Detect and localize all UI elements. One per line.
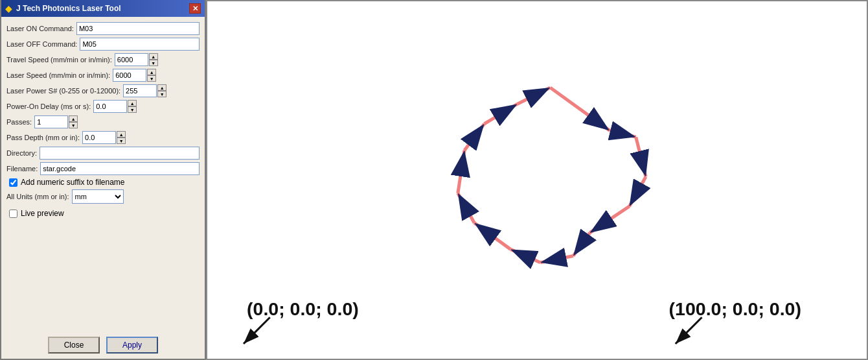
laser-speed-row: Laser Speed (mm/min or in/min): ▲ ▼ — [6, 69, 200, 82]
directory-label: Directory: — [6, 149, 37, 157]
travel-speed-spinner: ▲ ▼ — [115, 53, 158, 66]
units-row: All Units (mm or in): mm in — [6, 189, 200, 204]
laser-power-spinner: ▲ ▼ — [123, 84, 166, 97]
laser-off-row: Laser OFF Command: — [6, 38, 200, 51]
settings-panel: ◆ J Tech Photonics Laser Tool ✕ Laser ON… — [0, 0, 206, 360]
laser-power-down[interactable]: ▼ — [157, 91, 166, 97]
passes-input[interactable] — [34, 115, 68, 128]
svg-line-7 — [540, 256, 573, 263]
units-label: All Units (mm or in): — [6, 193, 69, 200]
live-preview-label: Live preview — [21, 209, 64, 218]
laser-speed-down[interactable]: ▼ — [147, 75, 156, 82]
star-preview-svg: (0.0; 0.0; 0.0) (100.0; 0.0; 0.0) — [207, 1, 867, 359]
filename-label: Filename: — [6, 165, 38, 173]
laser-speed-spinner: ▲ ▼ — [113, 69, 156, 82]
coord-br-text: (100.0; 0.0; 0.0) — [669, 298, 801, 319]
svg-line-12 — [464, 124, 485, 150]
svg-line-14 — [517, 88, 550, 104]
svg-line-3 — [636, 137, 646, 176]
pass-depth-up[interactable]: ▲ — [117, 131, 126, 138]
laser-on-row: Laser ON Command: — [6, 22, 200, 35]
window-title: J Tech Photonics Laser Tool — [16, 4, 121, 13]
power-delay-input[interactable] — [93, 100, 127, 113]
passes-down[interactable]: ▼ — [69, 122, 78, 128]
svg-line-10 — [458, 193, 474, 223]
add-suffix-label: Add numeric suffix to filename — [21, 178, 125, 187]
passes-up[interactable]: ▲ — [69, 115, 78, 122]
travel-speed-row: Travel Speed (mm/min or in/min): ▲ ▼ — [6, 53, 200, 66]
directory-input[interactable] — [40, 147, 200, 160]
directory-row: Directory: — [6, 147, 200, 160]
passes-row: Passes: ▲ ▼ — [6, 115, 200, 128]
laser-off-input[interactable] — [80, 38, 200, 51]
units-select[interactable]: mm in — [72, 189, 124, 204]
svg-line-19 — [676, 317, 702, 344]
svg-line-16 — [244, 317, 270, 344]
travel-speed-label: Travel Speed (mm/min or in/min): — [6, 56, 112, 64]
preview-canvas: (0.0; 0.0; 0.0) (100.0; 0.0; 0.0) — [206, 0, 868, 360]
laser-on-label: Laser ON Command: — [6, 25, 74, 32]
pass-depth-input[interactable] — [82, 131, 116, 144]
app-icon: ◆ — [5, 3, 12, 14]
laser-on-input[interactable] — [76, 22, 200, 35]
svg-line-8 — [510, 249, 540, 262]
live-preview-row: Live preview — [6, 209, 200, 218]
button-row: Close Apply — [1, 333, 205, 359]
pass-depth-label: Pass Depth (mm or in): — [6, 134, 80, 141]
pass-depth-down[interactable]: ▼ — [117, 138, 126, 144]
svg-line-13 — [485, 104, 518, 124]
travel-speed-down[interactable]: ▼ — [149, 60, 158, 66]
pass-depth-spinner: ▲ ▼ — [82, 131, 126, 144]
laser-speed-up[interactable]: ▲ — [147, 69, 156, 75]
power-delay-down[interactable]: ▼ — [128, 106, 137, 113]
svg-line-4 — [630, 176, 646, 206]
filename-row: Filename: — [6, 162, 200, 175]
power-delay-row: Power-On Delay (ms or s): ▲ ▼ — [6, 100, 200, 113]
travel-speed-up[interactable]: ▲ — [149, 53, 158, 60]
filename-input[interactable] — [40, 162, 200, 175]
add-suffix-row: Add numeric suffix to filename — [6, 178, 200, 187]
svg-line-9 — [474, 223, 510, 250]
power-delay-label: Power-On Delay (ms or s): — [6, 102, 91, 110]
svg-line-1 — [550, 88, 610, 130]
svg-line-5 — [589, 206, 629, 233]
apply-button[interactable]: Apply — [106, 337, 158, 354]
travel-speed-input[interactable] — [115, 53, 148, 66]
svg-line-11 — [458, 150, 464, 193]
power-delay-spinner: ▲ ▼ — [93, 100, 137, 113]
laser-power-row: Laser Power S# (0-255 or 0-12000): ▲ ▼ — [6, 84, 200, 97]
laser-power-input[interactable] — [123, 84, 157, 97]
laser-power-label: Laser Power S# (0-255 or 0-12000): — [6, 87, 120, 95]
pass-depth-row: Pass Depth (mm or in): ▲ ▼ — [6, 131, 200, 144]
close-button[interactable]: Close — [48, 337, 100, 354]
laser-speed-label: Laser Speed (mm/min or in/min): — [6, 71, 110, 79]
laser-speed-input[interactable] — [113, 69, 146, 82]
add-suffix-checkbox[interactable] — [9, 178, 17, 187]
live-preview-checkbox[interactable] — [9, 210, 17, 218]
laser-power-up[interactable]: ▲ — [157, 84, 166, 91]
titlebar: ◆ J Tech Photonics Laser Tool ✕ — [1, 0, 205, 17]
laser-off-label: Laser OFF Command: — [6, 40, 77, 48]
passes-label: Passes: — [6, 118, 32, 126]
window-close-button[interactable]: ✕ — [189, 3, 201, 14]
passes-spinner: ▲ ▼ — [34, 115, 78, 128]
power-delay-up[interactable]: ▲ — [128, 100, 137, 106]
svg-line-2 — [610, 130, 636, 137]
coord-bl-text: (0.0; 0.0; 0.0) — [247, 298, 359, 319]
form-area: Laser ON Command: Laser OFF Command: Tra… — [1, 17, 205, 333]
